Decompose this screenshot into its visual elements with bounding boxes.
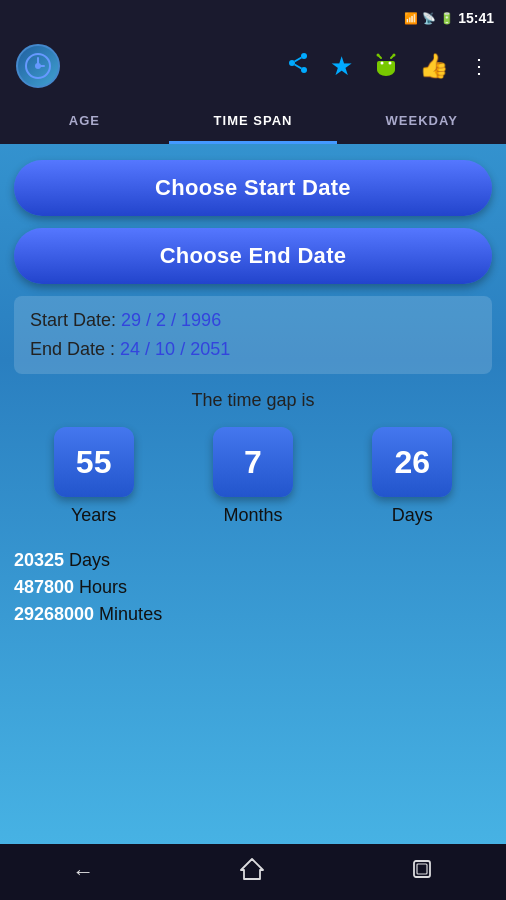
start-date-line: Start Date: 29 / 2 / 1996 (30, 310, 476, 331)
status-icons: 📶 📡 🔋 15:41 (404, 10, 494, 26)
months-box: 7 (213, 427, 293, 497)
svg-point-16 (393, 54, 396, 57)
choose-start-date-button[interactable]: Choose Start Date (14, 160, 492, 216)
like-icon[interactable]: 👍 (419, 52, 449, 80)
stat-minutes: 29268000 Minutes (14, 604, 492, 625)
svg-line-7 (295, 65, 302, 69)
recent-apps-button[interactable] (410, 857, 434, 887)
toolbar-left (16, 44, 60, 88)
end-date-label: End Date : (30, 339, 115, 359)
toolbar-actions: ★ 👍 ⋮ (286, 50, 490, 82)
svg-point-12 (389, 62, 392, 65)
months-label: Months (223, 505, 282, 526)
svg-point-11 (381, 62, 384, 65)
svg-rect-10 (377, 61, 395, 71)
stat-minutes-unit: Minutes (99, 604, 162, 624)
stat-hours-value: 487800 (14, 577, 74, 597)
svg-point-15 (377, 54, 380, 57)
svg-line-8 (295, 58, 302, 62)
days-label: Days (392, 505, 433, 526)
stat-minutes-value: 29268000 (14, 604, 94, 624)
wifi-icon: 📶 (404, 12, 418, 25)
home-button[interactable] (239, 856, 265, 889)
tab-age[interactable]: AGE (0, 96, 169, 144)
units-row: 55 Years 7 Months 26 Days (14, 427, 492, 526)
svg-marker-17 (241, 859, 263, 879)
signal-icon: 📡 (422, 12, 436, 25)
time-display: 15:41 (458, 10, 494, 26)
more-options-icon[interactable]: ⋮ (469, 54, 490, 78)
choose-end-date-button[interactable]: Choose End Date (14, 228, 492, 284)
stat-hours: 487800 Hours (14, 577, 492, 598)
star-icon[interactable]: ★ (330, 51, 353, 82)
back-button[interactable]: ← (72, 859, 94, 885)
main-content: Choose Start Date Choose End Date Start … (0, 144, 506, 844)
date-display: Start Date: 29 / 2 / 1996 End Date : 24 … (14, 296, 492, 374)
svg-point-5 (289, 60, 295, 66)
share-icon[interactable] (286, 51, 310, 81)
tab-timespan[interactable]: TIME SPAN (169, 96, 338, 144)
stat-days-value: 20325 (14, 550, 64, 570)
tab-weekday[interactable]: WEEKDAY (337, 96, 506, 144)
start-date-value: 29 / 2 / 1996 (121, 310, 221, 330)
nav-bar: ← (0, 844, 506, 900)
tab-bar: AGE TIME SPAN WEEKDAY (0, 96, 506, 144)
svg-point-6 (301, 67, 307, 73)
svg-rect-19 (417, 864, 427, 874)
stat-days: 20325 Days (14, 550, 492, 571)
status-bar: 📶 📡 🔋 15:41 (0, 0, 506, 36)
stat-hours-unit: Hours (79, 577, 127, 597)
battery-icon: 🔋 (440, 12, 454, 25)
days-unit: 26 Days (372, 427, 452, 526)
years-label: Years (71, 505, 116, 526)
svg-point-4 (301, 53, 307, 59)
toolbar: ★ 👍 ⋮ (0, 36, 506, 96)
android-icon[interactable] (373, 50, 399, 82)
end-date-line: End Date : 24 / 10 / 2051 (30, 339, 476, 360)
stats-section: 20325 Days 487800 Hours 29268000 Minutes (14, 550, 492, 625)
days-box: 26 (372, 427, 452, 497)
stat-days-unit: Days (69, 550, 110, 570)
time-gap-label: The time gap is (14, 390, 492, 411)
years-box: 55 (54, 427, 134, 497)
start-date-label: Start Date: (30, 310, 116, 330)
years-unit: 55 Years (54, 427, 134, 526)
months-unit: 7 Months (213, 427, 293, 526)
app-icon[interactable] (16, 44, 60, 88)
end-date-value: 24 / 10 / 2051 (120, 339, 230, 359)
